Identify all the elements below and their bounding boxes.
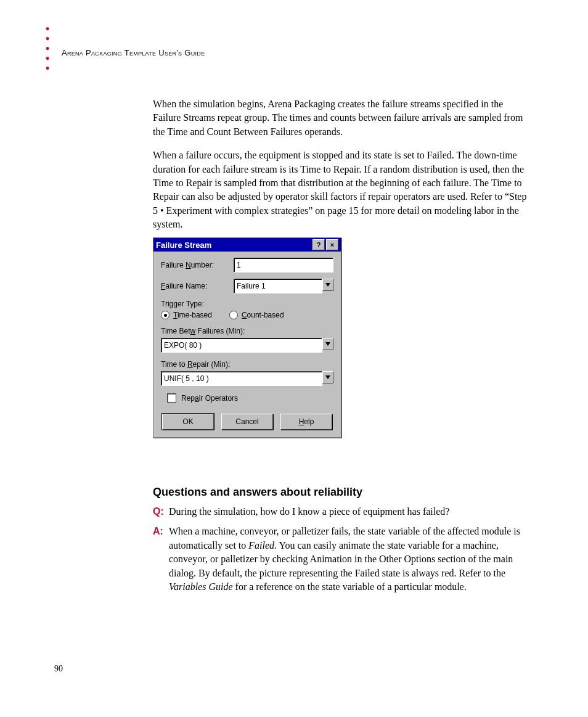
paragraph-2: When a failure occurs, the equipment is … (153, 149, 533, 231)
a-text: When a machine, conveyor, or palletizer … (169, 525, 533, 594)
time-repair-input[interactable]: UNIF( 5 , 10 ) (161, 371, 322, 386)
page-number: 90 (54, 664, 63, 674)
failure-name-input[interactable]: Failure 1 (234, 279, 322, 293)
radio-time-based[interactable]: Time-based (161, 311, 212, 319)
paragraph-1: When the simulation begins, Arena Packag… (153, 97, 533, 139)
failure-name-dropdown[interactable] (322, 279, 333, 291)
header-bullets: ••••• (46, 25, 49, 73)
time-repair-label: Time to Repair (Min): (161, 360, 333, 369)
time-repair-dropdown[interactable] (322, 371, 333, 383)
repair-operators-label: Repair Operators (181, 394, 238, 403)
svg-marker-1 (325, 342, 330, 346)
repair-operators-checkbox[interactable] (167, 393, 176, 403)
dialog-titlebar: Failure Stream ? × (153, 238, 341, 252)
help-icon[interactable]: ? (312, 239, 325, 250)
radio-time-label: Time-based (173, 311, 212, 319)
q-text: During the simulation, how do I know a p… (169, 505, 533, 518)
svg-marker-2 (325, 375, 330, 379)
help-button[interactable]: Help (280, 414, 332, 430)
time-between-input[interactable]: EXPO( 80 ) (161, 338, 322, 353)
page-header-title: Arena Packaging Template User's Guide (62, 48, 205, 57)
time-between-label: Time Betw Failures (Min): (161, 327, 333, 335)
q-label: Q: (153, 505, 169, 518)
failure-number-input[interactable]: 1 (234, 258, 333, 272)
close-icon[interactable]: × (326, 239, 338, 250)
qa-heading: Questions and answers about reliability (153, 486, 533, 499)
radio-count-label: Count-based (242, 311, 284, 319)
failure-number-label: Failure Number: (161, 261, 234, 269)
failure-name-label: Failure Name: (161, 282, 234, 290)
cancel-button[interactable]: Cancel (221, 414, 273, 430)
a-label: A: (153, 525, 169, 594)
ok-button[interactable]: OK (162, 414, 214, 430)
failure-stream-dialog: Failure Stream ? × Failure Number: 1 Fai… (153, 237, 341, 438)
time-between-dropdown[interactable] (322, 338, 333, 350)
radio-count-based[interactable]: Count-based (229, 311, 284, 319)
svg-marker-0 (325, 283, 330, 287)
trigger-type-label: Trigger Type: (161, 300, 333, 308)
dialog-title: Failure Stream (156, 240, 311, 250)
